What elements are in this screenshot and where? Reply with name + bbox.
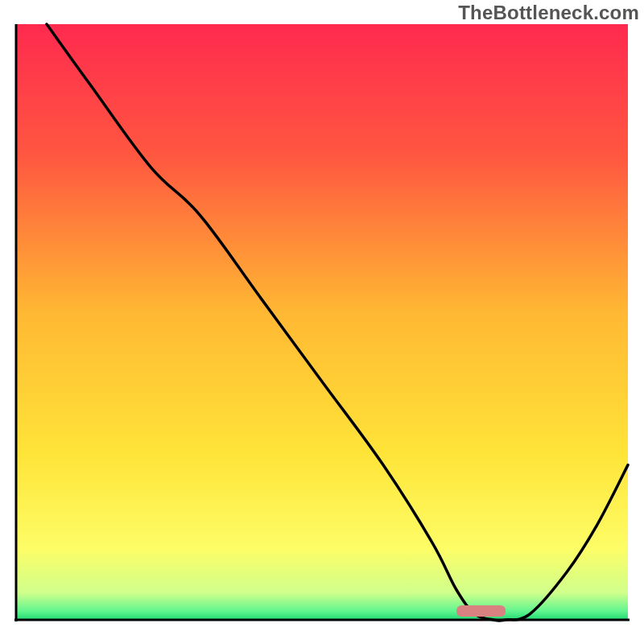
- gradient-background: [16, 24, 628, 620]
- bottleneck-chart: [0, 0, 644, 644]
- optimal-range-marker: [456, 605, 506, 617]
- attribution-text: TheBottleneck.com: [458, 2, 639, 24]
- plot-area: [14, 24, 630, 621]
